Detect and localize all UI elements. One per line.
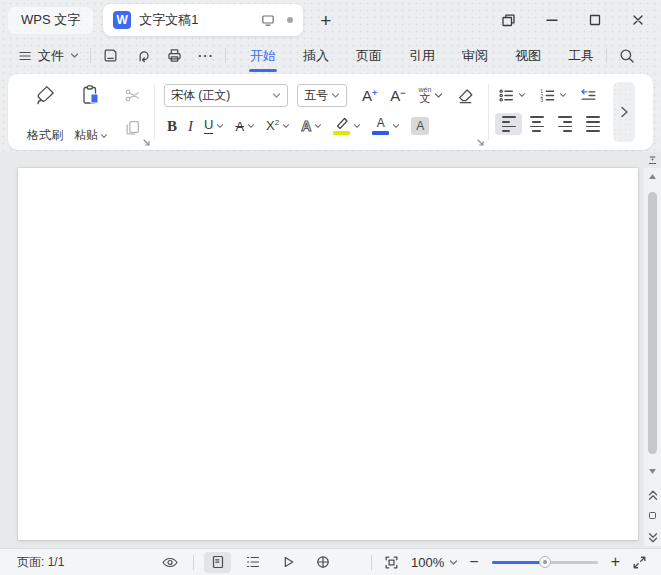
phonetic-guide-button[interactable]: wén 文 <box>417 85 446 105</box>
eraser-icon <box>456 86 475 105</box>
globe-icon <box>315 554 331 570</box>
font-color-button[interactable]: A <box>369 115 403 137</box>
tab-tools[interactable]: 工具 <box>567 44 595 68</box>
print-icon[interactable] <box>166 47 183 64</box>
tab-page[interactable]: 页面 <box>355 44 383 68</box>
close-icon[interactable] <box>630 12 646 28</box>
chevron-down-icon <box>434 92 443 99</box>
copy-icon[interactable] <box>124 119 141 136</box>
web-layout-button[interactable] <box>309 552 336 573</box>
chevron-down-icon <box>216 123 224 129</box>
paste-button[interactable]: 粘贴 <box>68 83 114 144</box>
fullscreen-icon[interactable] <box>631 554 648 571</box>
scroll-up-arrow[interactable] <box>644 173 661 180</box>
strikethrough-glyph: A <box>235 119 244 134</box>
zoom-level-button[interactable]: 100% <box>411 555 458 570</box>
ruler-toggle-icon[interactable] <box>647 155 658 166</box>
underline-button[interactable]: U <box>201 116 227 135</box>
numbered-list-icon: 1 2 3 <box>539 87 556 104</box>
paragraph-group: 1 2 3 <box>489 74 607 150</box>
font-size-select[interactable]: 五号 <box>297 84 347 107</box>
scrollbar-thumb[interactable] <box>648 192 657 454</box>
cut-icon[interactable] <box>124 87 141 104</box>
justify-icon <box>586 116 600 131</box>
text-effects-button[interactable]: A <box>298 116 325 136</box>
decrease-indent-button[interactable] <box>577 85 600 106</box>
clear-formatting-button[interactable] <box>454 85 477 106</box>
bold-button[interactable]: B <box>164 116 180 137</box>
zoom-slider-thumb[interactable] <box>539 556 551 568</box>
zoom-level-value: 100% <box>411 555 444 570</box>
chevron-down-icon <box>314 123 322 129</box>
character-shading-glyph: A <box>411 117 429 135</box>
search-icon[interactable] <box>618 47 636 65</box>
page-info: 页面: 1/1 <box>17 554 64 571</box>
scroll-down-arrow[interactable] <box>644 468 661 475</box>
chevron-down-icon <box>392 123 400 129</box>
file-menu-button[interactable]: 文件 <box>18 47 79 65</box>
highlight-color-button[interactable] <box>330 115 364 137</box>
align-center-button[interactable] <box>523 113 550 135</box>
undo-icon[interactable] <box>134 47 151 64</box>
new-tab-button[interactable]: + <box>316 9 335 32</box>
tab-reference[interactable]: 引用 <box>408 44 436 68</box>
increase-font-size-button[interactable]: A+ <box>360 87 379 104</box>
strikethrough-button[interactable]: A <box>232 117 258 136</box>
justify-button[interactable] <box>579 113 606 135</box>
more-commands-icon[interactable]: ··· <box>198 48 214 63</box>
decrease-font-size-button[interactable]: A− <box>388 87 407 104</box>
character-shading-button[interactable]: A <box>408 115 432 137</box>
numbered-list-button[interactable]: 1 2 3 <box>536 85 570 106</box>
increase-font-glyph: A <box>362 88 372 103</box>
monitor-icon[interactable] <box>260 12 276 28</box>
font-dialog-launcher-icon[interactable] <box>476 138 485 147</box>
tab-review[interactable]: 审阅 <box>461 44 489 68</box>
windows-stack-icon[interactable] <box>500 12 517 29</box>
maximize-icon[interactable] <box>587 12 603 28</box>
chevron-down-icon <box>559 92 567 98</box>
clipboard-dialog-launcher-icon[interactable] <box>142 138 151 147</box>
hamburger-icon <box>18 49 32 63</box>
chevron-down-icon <box>247 123 255 129</box>
select-browse-object-button[interactable] <box>644 512 661 519</box>
superscript-button[interactable]: X2 <box>263 116 293 135</box>
outline-view-button[interactable] <box>239 552 266 573</box>
document-tab[interactable]: W 文字文稿1 <box>103 4 303 36</box>
chevron-down-icon <box>449 559 458 566</box>
tab-view[interactable]: 视图 <box>514 44 542 68</box>
app-home-button[interactable]: WPS 文字 <box>8 7 93 34</box>
align-right-button[interactable] <box>551 113 578 135</box>
outline-view-icon <box>245 554 261 570</box>
plus-sup: + <box>372 89 377 98</box>
eye-icon[interactable] <box>156 552 183 573</box>
app-name: WPS 文字 <box>21 11 80 29</box>
minimize-icon[interactable] <box>544 12 560 28</box>
italic-button[interactable]: I <box>185 116 196 137</box>
vertical-scrollbar[interactable] <box>644 168 661 546</box>
next-page-button[interactable] <box>644 532 661 543</box>
paste-icon <box>79 83 103 107</box>
align-left-button[interactable] <box>495 113 522 135</box>
zoom-out-button[interactable]: − <box>469 554 478 570</box>
text-effects-glyph: A <box>301 118 311 134</box>
align-center-icon <box>530 116 544 131</box>
ribbon-expand-button[interactable] <box>613 82 635 142</box>
svg-text:3: 3 <box>540 97 543 103</box>
zoom-slider[interactable] <box>492 561 598 564</box>
zoom-in-button[interactable]: + <box>611 554 620 570</box>
tab-home[interactable]: 开始 <box>249 44 277 68</box>
save-icon[interactable] <box>102 47 119 64</box>
cut-copy-column <box>124 83 141 144</box>
page-view-icon <box>210 554 226 570</box>
previous-page-button[interactable] <box>644 490 661 501</box>
read-mode-button[interactable] <box>274 552 301 573</box>
chevron-right-icon <box>618 105 630 119</box>
bullet-list-button[interactable] <box>495 85 529 106</box>
tab-close-dot[interactable] <box>287 17 293 23</box>
format-painter-button[interactable]: 格式刷 <box>22 83 68 144</box>
fit-page-icon[interactable] <box>383 554 400 571</box>
document-page[interactable] <box>18 168 638 540</box>
font-name-select[interactable]: 宋体 (正文) <box>164 84 288 107</box>
tab-insert[interactable]: 插入 <box>302 44 330 68</box>
page-view-button[interactable] <box>204 552 231 573</box>
